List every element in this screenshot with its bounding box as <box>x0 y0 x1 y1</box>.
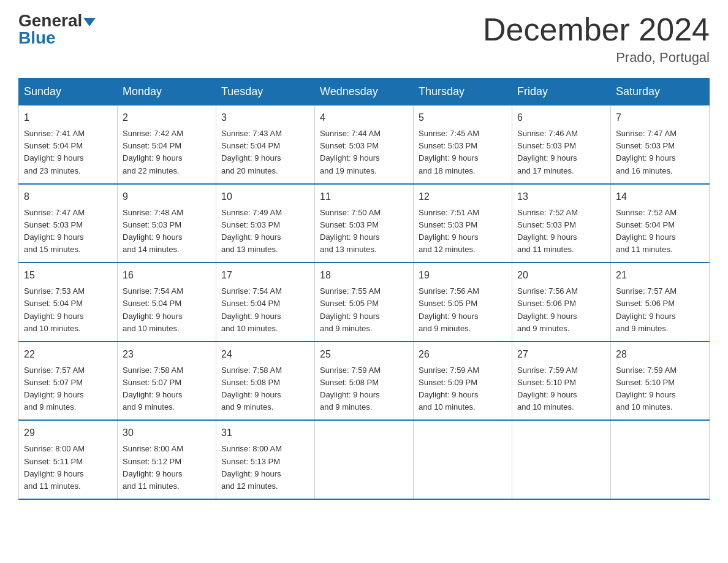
calendar-week-row: 15Sunrise: 7:53 AMSunset: 5:04 PMDayligh… <box>19 262 710 342</box>
day-info: Sunrise: 7:56 AMSunset: 5:06 PMDaylight:… <box>517 286 578 332</box>
day-number: 29 <box>24 426 112 440</box>
day-info: Sunrise: 7:55 AMSunset: 5:05 PMDaylight:… <box>320 286 381 332</box>
day-number: 26 <box>419 347 507 362</box>
day-info: Sunrise: 7:52 AMSunset: 5:03 PMDaylight:… <box>517 208 578 254</box>
day-number: 15 <box>24 268 112 283</box>
day-number: 20 <box>517 268 605 283</box>
day-info: Sunrise: 7:44 AMSunset: 5:03 PMDaylight:… <box>320 129 381 175</box>
table-row: 12Sunrise: 7:51 AMSunset: 5:03 PMDayligh… <box>414 184 512 263</box>
day-info: Sunrise: 7:47 AMSunset: 5:03 PMDaylight:… <box>24 208 85 254</box>
day-info: Sunrise: 7:56 AMSunset: 5:05 PMDaylight:… <box>419 286 479 332</box>
location-text: Prado, Portugal <box>483 50 710 66</box>
logo-general-text: General <box>18 11 82 30</box>
day-number: 2 <box>123 110 211 125</box>
day-number: 13 <box>517 190 605 204</box>
table-row: 22Sunrise: 7:57 AMSunset: 5:07 PMDayligh… <box>19 342 118 421</box>
logo-line1: General <box>18 12 96 29</box>
col-thursday: Thursday <box>414 79 512 105</box>
table-row: 13Sunrise: 7:52 AMSunset: 5:03 PMDayligh… <box>512 184 611 263</box>
day-info: Sunrise: 7:50 AMSunset: 5:03 PMDaylight:… <box>320 208 381 254</box>
table-row: 21Sunrise: 7:57 AMSunset: 5:06 PMDayligh… <box>611 262 710 342</box>
calendar-week-row: 8Sunrise: 7:47 AMSunset: 5:03 PMDaylight… <box>19 184 710 263</box>
day-info: Sunrise: 7:57 AMSunset: 5:06 PMDaylight:… <box>616 286 677 332</box>
col-monday: Monday <box>118 79 216 105</box>
day-info: Sunrise: 8:00 AMSunset: 5:13 PMDaylight:… <box>221 444 282 490</box>
day-number: 18 <box>320 268 408 283</box>
calendar-week-row: 29Sunrise: 8:00 AMSunset: 5:11 PMDayligh… <box>19 420 710 499</box>
table-row <box>611 420 710 499</box>
table-row: 7Sunrise: 7:47 AMSunset: 5:03 PMDaylight… <box>611 105 710 184</box>
table-row: 27Sunrise: 7:59 AMSunset: 5:10 PMDayligh… <box>512 342 611 421</box>
day-number: 30 <box>123 426 211 440</box>
table-row: 8Sunrise: 7:47 AMSunset: 5:03 PMDaylight… <box>19 184 118 263</box>
col-saturday: Saturday <box>611 79 710 105</box>
table-row <box>512 420 611 499</box>
day-number: 16 <box>123 268 211 283</box>
table-row: 9Sunrise: 7:48 AMSunset: 5:03 PMDaylight… <box>118 184 216 263</box>
col-wednesday: Wednesday <box>315 79 414 105</box>
table-row: 20Sunrise: 7:56 AMSunset: 5:06 PMDayligh… <box>512 262 611 342</box>
day-number: 25 <box>320 347 408 362</box>
table-row: 3Sunrise: 7:43 AMSunset: 5:04 PMDaylight… <box>216 105 315 184</box>
table-row: 28Sunrise: 7:59 AMSunset: 5:10 PMDayligh… <box>611 342 710 421</box>
day-number: 8 <box>24 190 112 204</box>
table-row: 4Sunrise: 7:44 AMSunset: 5:03 PMDaylight… <box>315 105 414 184</box>
day-number: 3 <box>221 110 309 125</box>
day-number: 6 <box>517 110 605 125</box>
day-number: 17 <box>221 268 309 283</box>
day-info: Sunrise: 7:59 AMSunset: 5:10 PMDaylight:… <box>517 366 578 412</box>
day-number: 11 <box>320 190 408 204</box>
logo-triangle-icon <box>83 18 96 26</box>
day-number: 14 <box>616 190 704 204</box>
day-info: Sunrise: 7:43 AMSunset: 5:04 PMDaylight:… <box>221 129 282 175</box>
table-row <box>315 420 414 499</box>
day-number: 21 <box>616 268 704 283</box>
table-row: 17Sunrise: 7:54 AMSunset: 5:04 PMDayligh… <box>216 262 315 342</box>
table-row: 5Sunrise: 7:45 AMSunset: 5:03 PMDaylight… <box>414 105 512 184</box>
col-sunday: Sunday <box>19 79 118 105</box>
day-info: Sunrise: 7:52 AMSunset: 5:04 PMDaylight:… <box>616 208 677 254</box>
col-friday: Friday <box>512 79 611 105</box>
day-info: Sunrise: 7:49 AMSunset: 5:03 PMDaylight:… <box>221 208 282 254</box>
day-number: 24 <box>221 347 309 362</box>
table-row: 2Sunrise: 7:42 AMSunset: 5:04 PMDaylight… <box>118 105 216 184</box>
table-row: 10Sunrise: 7:49 AMSunset: 5:03 PMDayligh… <box>216 184 315 263</box>
table-row: 25Sunrise: 7:59 AMSunset: 5:08 PMDayligh… <box>315 342 414 421</box>
day-number: 9 <box>123 190 211 204</box>
title-block: December 2024 Prado, Portugal <box>483 12 710 66</box>
day-info: Sunrise: 7:59 AMSunset: 5:09 PMDaylight:… <box>419 366 479 412</box>
day-info: Sunrise: 7:59 AMSunset: 5:08 PMDaylight:… <box>320 366 381 412</box>
table-row: 31Sunrise: 8:00 AMSunset: 5:13 PMDayligh… <box>216 420 315 499</box>
day-info: Sunrise: 7:54 AMSunset: 5:04 PMDaylight:… <box>221 286 282 332</box>
table-row: 29Sunrise: 8:00 AMSunset: 5:11 PMDayligh… <box>19 420 118 499</box>
day-number: 4 <box>320 110 408 125</box>
day-info: Sunrise: 7:48 AMSunset: 5:03 PMDaylight:… <box>123 208 183 254</box>
day-number: 28 <box>616 347 704 362</box>
day-info: Sunrise: 7:46 AMSunset: 5:03 PMDaylight:… <box>517 129 578 175</box>
table-row <box>414 420 512 499</box>
day-number: 27 <box>517 347 605 362</box>
calendar-week-row: 1Sunrise: 7:41 AMSunset: 5:04 PMDaylight… <box>19 105 710 184</box>
table-row: 6Sunrise: 7:46 AMSunset: 5:03 PMDaylight… <box>512 105 611 184</box>
table-row: 26Sunrise: 7:59 AMSunset: 5:09 PMDayligh… <box>414 342 512 421</box>
day-info: Sunrise: 7:47 AMSunset: 5:03 PMDaylight:… <box>616 129 677 175</box>
day-info: Sunrise: 8:00 AMSunset: 5:12 PMDaylight:… <box>123 444 183 490</box>
day-number: 1 <box>24 110 112 125</box>
table-row: 18Sunrise: 7:55 AMSunset: 5:05 PMDayligh… <box>315 262 414 342</box>
day-number: 7 <box>616 110 704 125</box>
day-info: Sunrise: 7:58 AMSunset: 5:07 PMDaylight:… <box>123 366 183 412</box>
day-info: Sunrise: 7:42 AMSunset: 5:04 PMDaylight:… <box>123 129 183 175</box>
table-row: 24Sunrise: 7:58 AMSunset: 5:08 PMDayligh… <box>216 342 315 421</box>
col-tuesday: Tuesday <box>216 79 315 105</box>
table-row: 19Sunrise: 7:56 AMSunset: 5:05 PMDayligh… <box>414 262 512 342</box>
calendar-table: Sunday Monday Tuesday Wednesday Thursday… <box>18 78 710 500</box>
day-number: 5 <box>419 110 507 125</box>
day-info: Sunrise: 7:53 AMSunset: 5:04 PMDaylight:… <box>24 286 85 332</box>
day-number: 22 <box>24 347 112 362</box>
day-info: Sunrise: 7:54 AMSunset: 5:04 PMDaylight:… <box>123 286 183 332</box>
day-number: 19 <box>419 268 507 283</box>
day-info: Sunrise: 7:51 AMSunset: 5:03 PMDaylight:… <box>419 208 479 254</box>
logo-blue-text: Blue <box>18 28 56 47</box>
table-row: 15Sunrise: 7:53 AMSunset: 5:04 PMDayligh… <box>19 262 118 342</box>
day-info: Sunrise: 7:58 AMSunset: 5:08 PMDaylight:… <box>221 366 282 412</box>
